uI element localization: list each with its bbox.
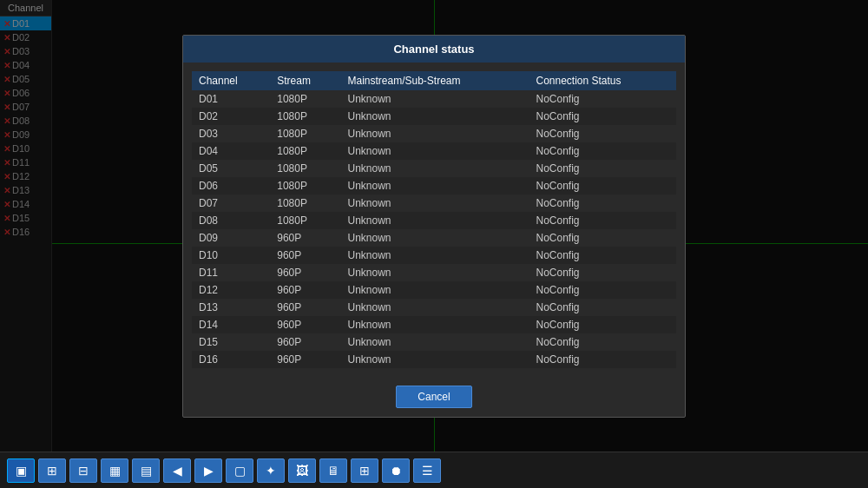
table-cell-channel: D03 bbox=[192, 125, 270, 142]
table-cell-channel: D08 bbox=[192, 212, 270, 229]
table-cell-mainstream: Unknown bbox=[340, 142, 529, 160]
layout-1x1[interactable]: ▣ bbox=[7, 458, 35, 483]
layout-4x4[interactable]: ▦ bbox=[101, 458, 128, 483]
table-row: D14960PUnknownNoConfig bbox=[192, 316, 676, 333]
layout-2x2[interactable]: ⊞ bbox=[38, 458, 66, 483]
table-cell-stream: 1080P bbox=[270, 212, 340, 229]
table-cell-status: NoConfig bbox=[529, 160, 676, 177]
table-cell-channel: D06 bbox=[192, 177, 270, 195]
table-cell-status: NoConfig bbox=[529, 108, 676, 125]
table-row: D10960PUnknownNoConfig bbox=[192, 247, 676, 264]
table-cell-channel: D16 bbox=[192, 351, 270, 368]
table-cell-stream: 960P bbox=[270, 229, 340, 247]
table-cell-mainstream: Unknown bbox=[340, 299, 529, 316]
table-cell-status: NoConfig bbox=[529, 229, 676, 247]
taskbar-buttons: ▣⊞⊟▦▤◀▶▢✦🖼🖥⊞⏺☰ bbox=[7, 458, 441, 483]
table-cell-mainstream: Unknown bbox=[340, 90, 529, 108]
table-cell-status: NoConfig bbox=[529, 281, 676, 299]
table-cell-stream: 960P bbox=[270, 247, 340, 264]
table-col-header: Channel bbox=[192, 71, 270, 90]
table-cell-status: NoConfig bbox=[529, 125, 676, 142]
table-cell-mainstream: Unknown bbox=[340, 247, 529, 264]
layout-custom[interactable]: ▤ bbox=[132, 458, 160, 483]
table-cell-channel: D04 bbox=[192, 142, 270, 160]
table-cell-status: NoConfig bbox=[529, 142, 676, 160]
table-cell-status: NoConfig bbox=[529, 247, 676, 264]
monitor-button[interactable]: 🖥 bbox=[319, 458, 347, 483]
table-row: D071080PUnknownNoConfig bbox=[192, 195, 676, 212]
table-cell-status: NoConfig bbox=[529, 264, 676, 281]
table-cell-stream: 1080P bbox=[270, 177, 340, 195]
table-row: D11960PUnknownNoConfig bbox=[192, 264, 676, 281]
table-cell-mainstream: Unknown bbox=[340, 125, 529, 142]
network-button[interactable]: ⊞ bbox=[351, 458, 378, 483]
table-cell-stream: 960P bbox=[270, 264, 340, 281]
main-area: Channel ✕D01✕D02✕D03✕D04✕D05✕D06✕D07✕D08… bbox=[0, 0, 868, 452]
modal-overlay: Channel status ChannelStreamMainstream/S… bbox=[0, 0, 868, 452]
taskbar: ▣⊞⊟▦▤◀▶▢✦🖼🖥⊞⏺☰ bbox=[0, 452, 868, 488]
table-cell-stream: 1080P bbox=[270, 90, 340, 108]
table-cell-status: NoConfig bbox=[529, 316, 676, 333]
table-cell-stream: 960P bbox=[270, 281, 340, 299]
window-button[interactable]: ▢ bbox=[226, 458, 253, 483]
table-row: D081080PUnknownNoConfig bbox=[192, 212, 676, 229]
table-cell-channel: D02 bbox=[192, 108, 270, 125]
channel-table: ChannelStreamMainstream/Sub-StreamConnec… bbox=[192, 71, 676, 368]
table-cell-stream: 1080P bbox=[270, 125, 340, 142]
table-row: D15960PUnknownNoConfig bbox=[192, 333, 676, 351]
next-button[interactable]: ▶ bbox=[194, 458, 222, 483]
table-row: D13960PUnknownNoConfig bbox=[192, 299, 676, 316]
table-cell-mainstream: Unknown bbox=[340, 229, 529, 247]
table-col-header: Connection Status bbox=[529, 71, 676, 90]
table-cell-stream: 960P bbox=[270, 316, 340, 333]
table-cell-channel: D14 bbox=[192, 316, 270, 333]
table-cell-status: NoConfig bbox=[529, 212, 676, 229]
modal-title: Channel status bbox=[183, 36, 685, 63]
layout-3x3[interactable]: ⊟ bbox=[69, 458, 97, 483]
table-cell-channel: D12 bbox=[192, 281, 270, 299]
prev-button[interactable]: ◀ bbox=[163, 458, 191, 483]
table-cell-stream: 960P bbox=[270, 299, 340, 316]
modal-footer: Cancel bbox=[183, 377, 685, 417]
table-cell-channel: D01 bbox=[192, 90, 270, 108]
image-button[interactable]: 🖼 bbox=[288, 458, 316, 483]
table-cell-mainstream: Unknown bbox=[340, 160, 529, 177]
record-button[interactable]: ⏺ bbox=[382, 458, 410, 483]
table-row: D16960PUnknownNoConfig bbox=[192, 351, 676, 368]
table-cell-status: NoConfig bbox=[529, 177, 676, 195]
table-cell-mainstream: Unknown bbox=[340, 195, 529, 212]
table-col-header: Mainstream/Sub-Stream bbox=[340, 71, 529, 90]
table-cell-status: NoConfig bbox=[529, 90, 676, 108]
table-cell-mainstream: Unknown bbox=[340, 281, 529, 299]
table-row: D12960PUnknownNoConfig bbox=[192, 281, 676, 299]
cancel-button[interactable]: Cancel bbox=[396, 386, 471, 408]
table-cell-stream: 1080P bbox=[270, 108, 340, 125]
table-cell-status: NoConfig bbox=[529, 333, 676, 351]
table-cell-mainstream: Unknown bbox=[340, 333, 529, 351]
table-cell-channel: D07 bbox=[192, 195, 270, 212]
table-row: D061080PUnknownNoConfig bbox=[192, 177, 676, 195]
table-cell-mainstream: Unknown bbox=[340, 177, 529, 195]
table-row: D051080PUnknownNoConfig bbox=[192, 160, 676, 177]
table-cell-status: NoConfig bbox=[529, 195, 676, 212]
table-row: D041080PUnknownNoConfig bbox=[192, 142, 676, 160]
table-row: D09960PUnknownNoConfig bbox=[192, 229, 676, 247]
table-header: ChannelStreamMainstream/Sub-StreamConnec… bbox=[192, 71, 676, 90]
table-row: D011080PUnknownNoConfig bbox=[192, 90, 676, 108]
table-cell-stream: 1080P bbox=[270, 142, 340, 160]
table-cell-mainstream: Unknown bbox=[340, 351, 529, 368]
settings-button[interactable]: ✦ bbox=[257, 458, 285, 483]
table-cell-mainstream: Unknown bbox=[340, 212, 529, 229]
menu-button[interactable]: ☰ bbox=[413, 458, 441, 483]
table-cell-channel: D11 bbox=[192, 264, 270, 281]
table-body: D011080PUnknownNoConfigD021080PUnknownNo… bbox=[192, 90, 676, 368]
table-cell-mainstream: Unknown bbox=[340, 316, 529, 333]
modal-body: ChannelStreamMainstream/Sub-StreamConnec… bbox=[183, 63, 685, 377]
table-cell-stream: 1080P bbox=[270, 195, 340, 212]
table-cell-channel: D05 bbox=[192, 160, 270, 177]
table-row: D031080PUnknownNoConfig bbox=[192, 125, 676, 142]
table-cell-mainstream: Unknown bbox=[340, 108, 529, 125]
table-cell-channel: D15 bbox=[192, 333, 270, 351]
table-cell-channel: D09 bbox=[192, 229, 270, 247]
table-cell-mainstream: Unknown bbox=[340, 264, 529, 281]
